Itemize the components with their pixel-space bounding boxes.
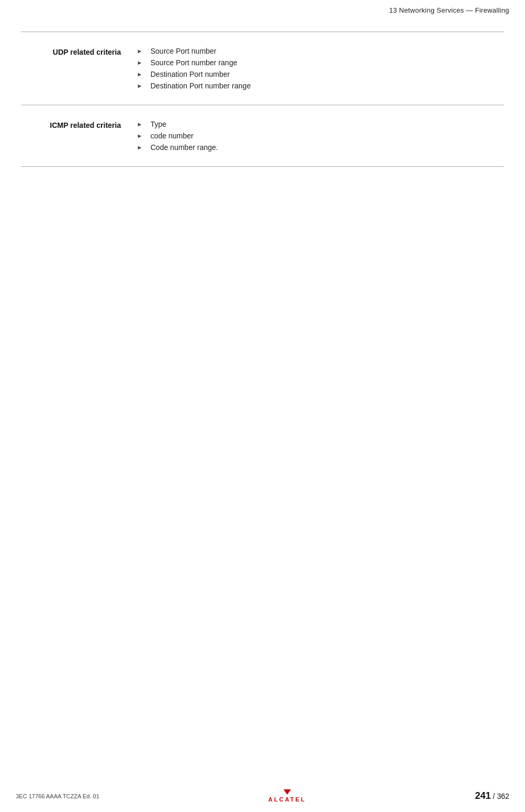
icmp-section-row: ICMP related criteria ► Type ► code numb…	[21, 120, 504, 152]
udp-section-label: UDP related criteria	[21, 47, 137, 56]
list-item: ► Destination Port number range	[137, 82, 251, 90]
bullet-arrow-icon: ►	[137, 83, 146, 89]
udp-item-3: Destination Port number range	[150, 82, 251, 90]
alcatel-text: ALCATEL	[268, 796, 306, 803]
list-item: ► Source Port number	[137, 47, 251, 55]
icmp-section: ICMP related criteria ► Type ► code numb…	[21, 105, 504, 166]
bullet-arrow-icon: ►	[137, 144, 146, 151]
bullet-arrow-icon: ►	[137, 71, 146, 77]
list-item: ► Type	[137, 120, 218, 128]
page-separator: /	[493, 792, 497, 800]
footer-page-number: 241 / 362	[475, 790, 509, 801]
page-header-title: 13 Networking Services — Firewalling	[389, 6, 509, 14]
icmp-section-label: ICMP related criteria	[21, 120, 137, 129]
list-item: ► Code number range.	[137, 143, 218, 152]
alcatel-triangle-icon	[284, 789, 291, 795]
alcatel-wordmark: ALCATEL	[268, 796, 306, 803]
udp-item-list: ► Source Port number ► Source Port numbe…	[137, 47, 251, 90]
footer-reference: 3EC 17766 AAAA TCZZA Ed. 01	[16, 793, 99, 799]
bottom-divider	[21, 166, 504, 167]
total-pages: 362	[497, 792, 509, 800]
alcatel-logo: ALCATEL	[268, 789, 306, 803]
bullet-arrow-icon: ►	[137, 59, 146, 66]
bullet-arrow-icon: ►	[137, 121, 146, 127]
icmp-item-1: code number	[150, 132, 194, 140]
icmp-item-0: Type	[150, 120, 166, 128]
udp-section-row: UDP related criteria ► Source Port numbe…	[21, 47, 504, 90]
udp-item-1: Source Port number range	[150, 58, 237, 67]
list-item: ► code number	[137, 132, 218, 140]
icmp-item-list: ► Type ► code number ► Code number range…	[137, 120, 218, 152]
content-area: UDP related criteria ► Source Port numbe…	[21, 32, 504, 770]
footer-logo-area: ALCATEL	[268, 789, 306, 803]
udp-item-0: Source Port number	[150, 47, 216, 55]
list-item: ► Source Port number range	[137, 58, 251, 67]
bullet-arrow-icon: ►	[137, 133, 146, 139]
bullet-arrow-icon: ►	[137, 48, 146, 54]
udp-item-2: Destination Port number	[150, 70, 230, 78]
icmp-item-2: Code number range.	[150, 143, 218, 152]
udp-section: UDP related criteria ► Source Port numbe…	[21, 32, 504, 105]
list-item: ► Destination Port number	[137, 70, 251, 78]
page-footer: 3EC 17766 AAAA TCZZA Ed. 01 ALCATEL 241 …	[0, 789, 525, 803]
current-page: 241	[475, 790, 491, 801]
